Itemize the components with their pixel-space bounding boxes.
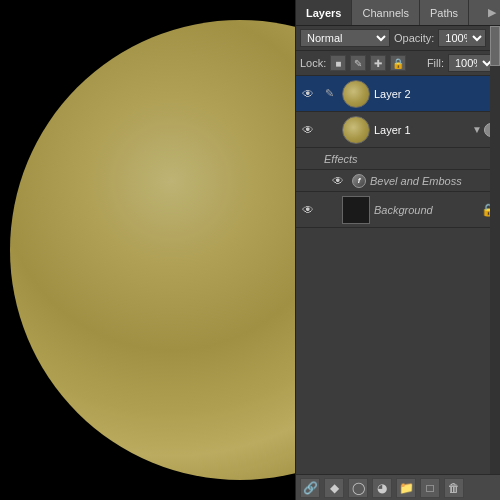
effects-label: Effects (324, 153, 358, 165)
layer-row-layer2[interactable]: 👁 ✎ Layer 2 (296, 76, 500, 112)
bevel-emboss-icon: f (352, 174, 366, 188)
opacity-select[interactable]: 100% 75% 50% 25% (438, 29, 486, 47)
layer1-arrow-icon: ▼ (472, 124, 482, 135)
layer-style-button[interactable]: ◆ (324, 478, 344, 498)
layers-toolbar: 🔗 ◆ ◯ ◕ 📁 □ 🗑 (296, 474, 500, 500)
lock-position-icon[interactable]: ✚ (370, 55, 386, 71)
layer-thumbnail-background (342, 196, 370, 224)
layer-name-layer1: Layer 1 (374, 124, 470, 136)
tab-channels[interactable]: Channels (352, 0, 419, 25)
tab-layers[interactable]: Layers (296, 0, 352, 25)
layer-new-button[interactable]: □ (420, 478, 440, 498)
tabs-row: Layers Channels Paths ▶ (296, 0, 500, 26)
lock-checkerboard-icon[interactable]: ■ (330, 55, 346, 71)
blend-mode-row: Normal Dissolve Multiply Screen Overlay … (296, 26, 500, 51)
panel-scrollbar[interactable] (490, 26, 500, 474)
fill-label: Fill: (427, 57, 444, 69)
brush-indicator-layer2: ✎ (320, 84, 338, 104)
brush-indicator-layer1 (320, 120, 338, 140)
tab-paths[interactable]: Paths (420, 0, 469, 25)
lock-label: Lock: (300, 57, 326, 69)
effects-row: Effects (296, 148, 500, 170)
layer-thumbnail-layer1 (342, 116, 370, 144)
brush-indicator-background (320, 200, 338, 220)
layer-row-layer1[interactable]: 👁 Layer 1 ▼ (296, 112, 500, 148)
effect-name-bevel: Bevel and Emboss (370, 175, 462, 187)
lock-brush-icon[interactable]: ✎ (350, 55, 366, 71)
lock-all-icon[interactable]: 🔒 (390, 55, 406, 71)
layer-mask-button[interactable]: ◯ (348, 478, 368, 498)
layer-name-background: Background (374, 204, 479, 216)
layer-group-button[interactable]: 📁 (396, 478, 416, 498)
opacity-label: Opacity: (394, 32, 434, 44)
layers-list: 👁 ✎ Layer 2 👁 Layer 1 ▼ Effects 👁 f Beve… (296, 76, 500, 228)
effect-bevel-emboss[interactable]: 👁 f Bevel and Emboss (296, 170, 500, 192)
layer-adjustment-button[interactable]: ◕ (372, 478, 392, 498)
lock-row: Lock: ■ ✎ ✚ 🔒 Fill: 100% 75% 50% (296, 51, 500, 76)
visibility-toggle-layer2[interactable]: 👁 (298, 84, 318, 104)
visibility-toggle-bevel[interactable]: 👁 (328, 171, 348, 191)
layer-thumbnail-layer2 (342, 80, 370, 108)
panel-scrollbar-thumb[interactable] (490, 26, 500, 66)
layer-name-layer2: Layer 2 (374, 88, 498, 100)
fill-select[interactable]: 100% 75% 50% (448, 54, 496, 72)
visibility-toggle-background[interactable]: 👁 (298, 200, 318, 220)
layer-link-button[interactable]: 🔗 (300, 478, 320, 498)
panel-collapse-button[interactable]: ▶ (484, 0, 500, 25)
layer-delete-button[interactable]: 🗑 (444, 478, 464, 498)
layers-panel: Layers Channels Paths ▶ Normal Dissolve … (295, 0, 500, 500)
blend-mode-select[interactable]: Normal Dissolve Multiply Screen Overlay (300, 29, 390, 47)
layer-row-background[interactable]: 👁 Background 🔒 (296, 192, 500, 228)
visibility-toggle-layer1[interactable]: 👁 (298, 120, 318, 140)
